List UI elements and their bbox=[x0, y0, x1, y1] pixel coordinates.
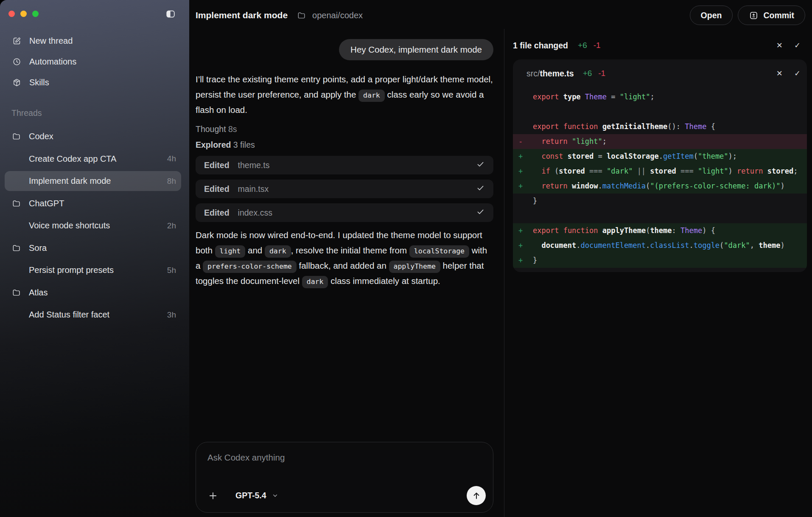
code-token: ( bbox=[554, 167, 559, 175]
thread-item-persist-prompt-presets[interactable]: Persist prompt presets5h bbox=[5, 260, 181, 280]
send-button[interactable] bbox=[467, 486, 486, 505]
code-token: stored bbox=[568, 152, 594, 160]
repo-group[interactable]: openai/codex bbox=[297, 11, 363, 20]
composer-toolbar: GPT-5.4 bbox=[207, 486, 486, 505]
code-token: ) { bbox=[702, 226, 715, 235]
project-item-atlas[interactable]: Atlas bbox=[5, 283, 181, 303]
close-window-button[interactable] bbox=[8, 11, 15, 17]
diff-line-content: } bbox=[533, 194, 537, 208]
code-token: "light" bbox=[572, 137, 602, 146]
edited-file-row-theme-ts[interactable]: Editedtheme.ts bbox=[196, 156, 493, 174]
threads-section-label: Threads bbox=[11, 108, 42, 118]
project-item-chatgpt[interactable]: ChatGPT bbox=[5, 194, 181, 214]
thread-list: CodexCreate Codex app CTA4hImplement dar… bbox=[0, 126, 189, 327]
arrow-up-icon bbox=[471, 491, 482, 501]
thread-item-voice-mode-shortcuts[interactable]: Voice mode shortcuts2h bbox=[5, 216, 181, 236]
folder-icon bbox=[12, 244, 21, 253]
added-line-marker: + bbox=[518, 179, 528, 194]
sidebar-item-label: Automations bbox=[29, 57, 76, 67]
added-line-marker: + bbox=[518, 238, 528, 253]
diff-line-content: const stored = localStorage.getItem("the… bbox=[533, 149, 737, 164]
explored-label: Explored bbox=[196, 140, 231, 149]
edited-file-name: index.css bbox=[238, 208, 272, 218]
thread-label: ChatGPT bbox=[29, 199, 64, 208]
diff-line-content: return window.matchMedia("(prefers-color… bbox=[533, 179, 785, 194]
diff-line-content: export function applyTheme(theme: Theme)… bbox=[533, 223, 715, 238]
code-token: export function bbox=[533, 226, 602, 235]
edited-verb: Edited bbox=[204, 208, 230, 218]
code-token: ; bbox=[650, 93, 654, 101]
thread-label: Voice mode shortcuts bbox=[29, 221, 110, 230]
project-item-sora[interactable]: Sora bbox=[5, 238, 181, 258]
edited-file-name: theme.ts bbox=[238, 160, 270, 170]
reject-file-icon[interactable]: ✕ bbox=[776, 67, 783, 80]
diff-line-content: export function getInitialTheme(): Theme… bbox=[533, 119, 715, 134]
folder-icon bbox=[12, 199, 21, 208]
compose-icon bbox=[12, 37, 21, 45]
sidebar-toggle-icon[interactable] bbox=[165, 9, 176, 19]
added-line-marker: + bbox=[518, 164, 528, 179]
explored-summary[interactable]: Explored 3 files bbox=[196, 140, 493, 150]
code-token: "light" bbox=[620, 93, 650, 101]
approve-all-icon[interactable]: ✓ bbox=[794, 39, 801, 52]
edited-file-row-index-css[interactable]: Editedindex.css bbox=[196, 203, 493, 222]
text-segment: fallback, and added an bbox=[297, 261, 389, 270]
code-token: getInitialTheme bbox=[602, 122, 668, 131]
thread-item-create-codex-app-cta[interactable]: Create Codex app CTA4h bbox=[5, 149, 181, 169]
added-line-marker: + bbox=[518, 253, 528, 268]
model-selector[interactable]: GPT-5.4 bbox=[235, 491, 279, 500]
assistant-paragraph-1: I’ll trace the existing theme entry poin… bbox=[196, 72, 493, 118]
thread-time: 2h bbox=[167, 221, 176, 230]
code-token: = bbox=[607, 93, 620, 101]
thought-summary[interactable]: Thought 8s bbox=[196, 124, 493, 134]
thread-time: 5h bbox=[167, 266, 176, 275]
file-deletions-count: -1 bbox=[598, 69, 605, 78]
composer-input[interactable] bbox=[207, 452, 482, 478]
attach-plus-icon[interactable] bbox=[207, 490, 218, 501]
reject-all-icon[interactable]: ✕ bbox=[776, 39, 783, 52]
code-token: export function bbox=[533, 122, 602, 131]
sidebar-item-new-thread[interactable]: New thread bbox=[0, 31, 189, 51]
added-line-marker: + bbox=[518, 149, 528, 164]
code-token: if bbox=[541, 167, 554, 175]
main-header: Implement dark mode openai/codex Open bbox=[189, 0, 812, 31]
sidebar-item-label: New thread bbox=[29, 36, 73, 46]
thread-label: Codex bbox=[29, 132, 53, 141]
code-token: = bbox=[594, 152, 607, 160]
sidebar-item-automations[interactable]: Automations bbox=[0, 51, 189, 72]
inline-code-chip: applyTheme bbox=[389, 261, 440, 273]
file-diff-header: src/theme.ts +6 -1 ✕ ✓ bbox=[513, 59, 807, 84]
user-message-bubble: Hey Codex, implement dark mode bbox=[339, 39, 493, 60]
thread-label: Add Status filter facet bbox=[29, 310, 109, 320]
file-diff-card: src/theme.ts +6 -1 ✕ ✓ export type Theme… bbox=[513, 59, 807, 272]
thread-item-add-status-filter-facet[interactable]: Add Status filter facet3h bbox=[5, 305, 181, 325]
assistant-paragraph-2: Dark mode is now wired end-to-end. I upd… bbox=[196, 228, 493, 289]
zoom-window-button[interactable] bbox=[32, 11, 39, 17]
open-button[interactable]: Open bbox=[690, 6, 733, 25]
code-token: applyTheme bbox=[602, 226, 646, 235]
code-token: . bbox=[646, 241, 650, 250]
code-token: === bbox=[676, 167, 698, 175]
code-token: document bbox=[541, 241, 576, 250]
code-token: "theme" bbox=[698, 152, 728, 160]
code-token: ; bbox=[793, 167, 798, 175]
edited-file-row-main-tsx[interactable]: Editedmain.tsx bbox=[196, 180, 493, 198]
minimize-window-button[interactable] bbox=[20, 11, 27, 17]
diff-line-add: +if (stored === "dark" || stored === "li… bbox=[513, 164, 807, 179]
approve-file-icon[interactable]: ✓ bbox=[794, 67, 801, 80]
inline-code-chip: dark bbox=[265, 245, 291, 258]
diff-line-add: +return window.matchMedia("(prefers-colo… bbox=[513, 179, 807, 194]
diff-line-content: export type Theme = "light"; bbox=[533, 90, 655, 104]
sidebar-item-skills[interactable]: Skills bbox=[0, 72, 189, 93]
code-token: return bbox=[541, 182, 572, 190]
project-item-codex[interactable]: Codex bbox=[5, 126, 181, 146]
thread-item-implement-dark-mode[interactable]: Implement dark mode8h bbox=[5, 171, 181, 191]
diff-line-add: +const stored = localStorage.getItem("th… bbox=[513, 149, 807, 164]
code-token: : bbox=[672, 226, 680, 235]
code-token: ( bbox=[694, 152, 698, 160]
composer: GPT-5.4 bbox=[196, 442, 493, 513]
code-token: return bbox=[541, 137, 572, 146]
code-token: } bbox=[533, 197, 537, 205]
chevron-down-icon bbox=[272, 492, 279, 499]
commit-button[interactable]: Commit bbox=[738, 6, 805, 25]
